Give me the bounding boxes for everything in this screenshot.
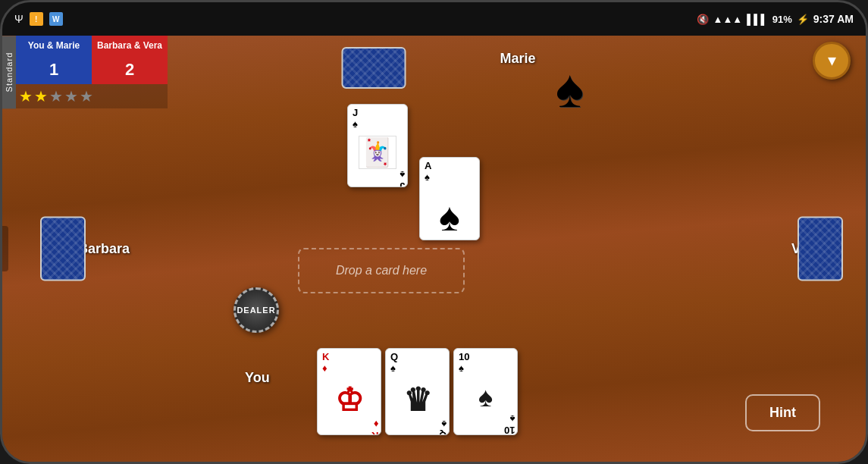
jack-card-content: J♠ 🃏 J♠ <box>348 105 407 187</box>
status-bar: Ψ ! W 🔇 ▲▲▲ ▌▌▌ 91% ⚡ 9:37 AM <box>2 2 866 36</box>
drop-zone[interactable]: Drop a card here <box>298 248 465 293</box>
ten-card-content: 10♠ ♠ 10♠ <box>454 349 517 434</box>
dealer-chip: DEALER <box>233 287 279 333</box>
player-card-queen[interactable]: Q♠ ♛ Q♠ <box>385 348 450 435</box>
player-card-ten[interactable]: 10♠ ♠ 10♠ <box>453 348 518 435</box>
lightning-icon: ⚡ <box>797 14 809 25</box>
ten-top-label: 10♠ <box>456 351 469 374</box>
score-teams: You & Marie Barbara & Vera 1 2 ★ ★ ★ ★ ★ <box>16 36 168 108</box>
player-you-label: You <box>245 370 270 386</box>
warning-icon: ! <box>30 12 43 26</box>
left-sidebar-handle <box>2 226 8 271</box>
team-scores: 1 2 <box>16 55 168 84</box>
score-barbara-vera: 2 <box>92 55 168 84</box>
ace-card-content: A♠ ♠ A♠ <box>420 158 479 240</box>
ace-bottom-label: A♠ <box>468 240 477 240</box>
usb-icon: Ψ <box>14 13 24 25</box>
queen-card-content: Q♠ ♛ Q♠ <box>386 349 449 434</box>
jack-bottom-label: J♠ <box>397 169 405 187</box>
status-right-icons: 🔇 ▲▲▲ ▌▌▌ 91% ⚡ 9:37 AM <box>697 13 854 25</box>
team-headers: You & Marie Barbara & Vera <box>16 36 168 55</box>
menu-button[interactable]: ▾ <box>813 42 851 80</box>
center-card-jack: J♠ 🃏 J♠ <box>347 104 408 187</box>
card-back-face-left <box>40 217 86 281</box>
queen-bottom-label: Q♠ <box>437 419 447 435</box>
hint-button[interactable]: Hint <box>745 394 820 431</box>
ace-top-label: A♠ <box>422 160 431 183</box>
star-5: ★ <box>80 87 93 105</box>
ten-bottom-label: 10♠ <box>502 413 515 435</box>
card-back-face-right <box>797 217 843 281</box>
chevron-down-icon: ▾ <box>828 52 836 69</box>
score-panel: Standard You & Marie Barbara & Vera 1 2 … <box>2 36 168 108</box>
wifi-icon: ▲▲▲ <box>713 14 743 25</box>
jack-top-label: J♠ <box>350 107 358 130</box>
card-back-face-top <box>342 47 406 89</box>
king-center-face: ♔ <box>335 381 364 419</box>
queen-center-face: ♛ <box>403 381 432 419</box>
team-barbara-vera-header: Barbara & Vera <box>92 36 168 55</box>
player-marie-label: Marie <box>500 51 535 67</box>
star-3: ★ <box>49 87 63 105</box>
card-back-right <box>797 217 843 281</box>
ten-center-suit: ♠ <box>478 381 493 413</box>
king-card-content: K♦ ♔ K♦ <box>318 349 381 434</box>
ace-center-suit: ♠ <box>439 194 460 240</box>
dealer-label: DEALER <box>237 306 275 315</box>
phone-frame: Ψ ! W 🔇 ▲▲▲ ▌▌▌ 91% ⚡ 9:37 AM Standard Y… <box>0 0 868 464</box>
king-bottom-label: K♦ <box>369 419 378 435</box>
mute-icon: 🔇 <box>697 14 709 25</box>
player-barbara-label: Barbara <box>78 241 130 257</box>
card-back-left <box>40 217 86 281</box>
team-you-marie-header: You & Marie <box>16 36 92 55</box>
drop-zone-text: Drop a card here <box>336 264 427 277</box>
queen-top-label: Q♠ <box>388 351 398 374</box>
score-you-marie: 1 <box>16 55 92 84</box>
stars-row: ★ ★ ★ ★ ★ <box>16 84 168 108</box>
center-card-ace: A♠ ♠ A♠ <box>419 157 480 240</box>
word-icon: W <box>49 12 63 26</box>
star-2: ★ <box>34 87 48 105</box>
marie-spade-symbol: ♠ <box>556 58 584 119</box>
jack-face-body: 🃏 <box>359 136 396 169</box>
card-back-top <box>342 47 406 89</box>
star-4: ★ <box>64 87 78 105</box>
battery-percent: 91% <box>772 14 792 25</box>
game-area: Standard You & Marie Barbara & Vera 1 2 … <box>2 36 866 462</box>
player-card-king[interactable]: K♦ ♔ K♦ <box>317 348 381 435</box>
mode-label: Standard <box>2 36 16 108</box>
king-top-label: K♦ <box>320 351 329 374</box>
signal-icon: ▌▌▌ <box>747 14 768 25</box>
status-left-icons: Ψ ! W <box>14 12 63 26</box>
star-1: ★ <box>19 87 33 105</box>
time-display: 9:37 AM <box>813 13 854 25</box>
